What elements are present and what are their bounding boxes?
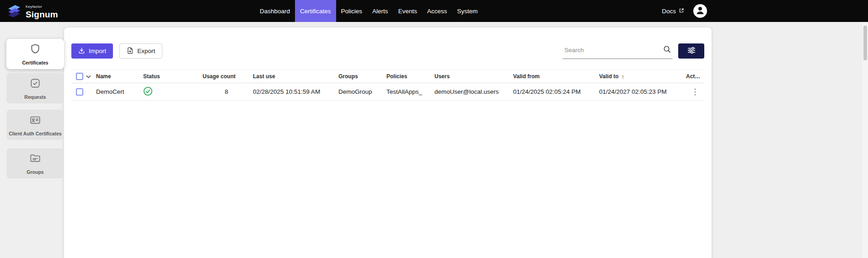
col-header-groups[interactable]: Groups bbox=[338, 73, 386, 80]
select-menu-chevron-icon[interactable] bbox=[86, 72, 91, 81]
col-header-users[interactable]: Users bbox=[434, 73, 513, 80]
col-header-actions: Actions bbox=[686, 73, 704, 80]
page-scrollbar bbox=[863, 22, 868, 258]
col-header-valid-to[interactable]: Valid to ↑ bbox=[599, 73, 686, 80]
certificates-panel: Import Export bbox=[64, 27, 712, 258]
sidebar-item-requests[interactable]: Requests bbox=[6, 73, 64, 103]
col-header-valid-to-label: Valid to bbox=[599, 73, 619, 80]
col-header-name[interactable]: Name bbox=[96, 73, 143, 80]
cell-usage-count: 8 bbox=[203, 88, 253, 95]
export-button[interactable]: Export bbox=[119, 43, 162, 59]
topbar: Keyfactor Signum Dashboard Certificates … bbox=[0, 0, 868, 22]
user-avatar-icon bbox=[695, 5, 706, 17]
select-all-checkbox[interactable] bbox=[76, 73, 83, 80]
col-header-usage-count[interactable]: Usage count bbox=[203, 73, 253, 80]
table-header-row: Name Status Usage count Last use Groups … bbox=[71, 70, 704, 83]
col-header-valid-from[interactable]: Valid from bbox=[513, 73, 599, 80]
cell-last-use: 02/28/2025 10:51:59 AM bbox=[253, 88, 338, 95]
toolbar: Import Export bbox=[64, 27, 712, 59]
export-button-label: Export bbox=[137, 48, 155, 54]
table-row: DemoCert 8 02/28/2025 10:51:59 AM DemoGr… bbox=[71, 83, 704, 101]
col-header-policies[interactable]: Policies bbox=[386, 73, 434, 80]
user-avatar[interactable] bbox=[693, 4, 707, 18]
cell-users: demoUser@local.users bbox=[434, 88, 513, 95]
row-select-cell bbox=[71, 88, 96, 96]
import-icon bbox=[78, 47, 85, 55]
docs-link-label: Docs bbox=[662, 8, 676, 15]
nav-access[interactable]: Access bbox=[422, 0, 452, 22]
nav-certificates[interactable]: Certificates bbox=[295, 0, 336, 22]
row-checkbox[interactable] bbox=[76, 88, 83, 96]
nav-alerts[interactable]: Alerts bbox=[367, 0, 393, 22]
nav-system[interactable]: System bbox=[452, 0, 482, 22]
folder-icon bbox=[29, 152, 41, 166]
filter-button[interactable] bbox=[678, 43, 704, 59]
export-icon bbox=[127, 47, 134, 55]
search-input[interactable] bbox=[563, 46, 659, 54]
cell-policies: TestAllApps_ bbox=[386, 88, 434, 95]
import-button[interactable]: Import bbox=[71, 43, 113, 59]
id-card-icon bbox=[29, 114, 41, 128]
sidebar-item-label: Client Auth Certificates bbox=[9, 131, 62, 136]
cell-valid-to: 01/24/2027 02:05:23 PM bbox=[599, 88, 686, 95]
cell-actions bbox=[686, 86, 704, 97]
sidebar-item-client-auth-certificates[interactable]: Client Auth Certificates bbox=[6, 110, 64, 140]
search-box bbox=[563, 43, 672, 59]
cell-status bbox=[143, 86, 203, 97]
brand-name-large: Signum bbox=[26, 10, 58, 19]
col-header-last-use[interactable]: Last use bbox=[253, 73, 338, 80]
cell-valid-from: 01/24/2025 02:05:24 PM bbox=[513, 88, 599, 95]
nav-events[interactable]: Events bbox=[393, 0, 422, 22]
import-button-label: Import bbox=[89, 48, 106, 54]
sidebar-item-label: Requests bbox=[24, 94, 46, 100]
sort-ascending-icon: ↑ bbox=[622, 73, 625, 80]
page-scrollbar-thumb[interactable] bbox=[863, 26, 867, 60]
brand: Keyfactor Signum bbox=[6, 3, 58, 21]
topbar-right: Docs bbox=[662, 0, 707, 22]
col-header-status[interactable]: Status bbox=[143, 73, 203, 80]
external-link-icon bbox=[679, 8, 684, 15]
filter-sliders-icon bbox=[687, 47, 696, 55]
certificate-icon bbox=[29, 43, 41, 57]
nav-dashboard[interactable]: Dashboard bbox=[255, 0, 295, 22]
search-icon[interactable] bbox=[663, 45, 671, 55]
certificates-table: Name Status Usage count Last use Groups … bbox=[71, 70, 704, 101]
brand-name-small: Keyfactor bbox=[26, 5, 58, 9]
docs-link[interactable]: Docs bbox=[662, 8, 684, 15]
keyfactor-logo-icon bbox=[6, 3, 22, 21]
row-actions-kebab-button[interactable] bbox=[691, 86, 699, 97]
top-nav: Dashboard Certificates Policies Alerts E… bbox=[255, 0, 482, 22]
cell-name: DemoCert bbox=[96, 88, 143, 95]
sidebar-item-certificates[interactable]: Certificates bbox=[6, 39, 64, 69]
header-select-cell bbox=[71, 72, 96, 81]
nav-policies[interactable]: Policies bbox=[336, 0, 368, 22]
cell-groups: DemoGroup bbox=[338, 88, 386, 95]
sidebar-item-label: Certificates bbox=[22, 60, 48, 65]
sidebar-item-label: Groups bbox=[27, 169, 43, 175]
status-valid-icon bbox=[143, 86, 153, 97]
request-check-icon bbox=[29, 77, 41, 91]
sidebar-item-groups[interactable]: Groups bbox=[6, 148, 64, 178]
